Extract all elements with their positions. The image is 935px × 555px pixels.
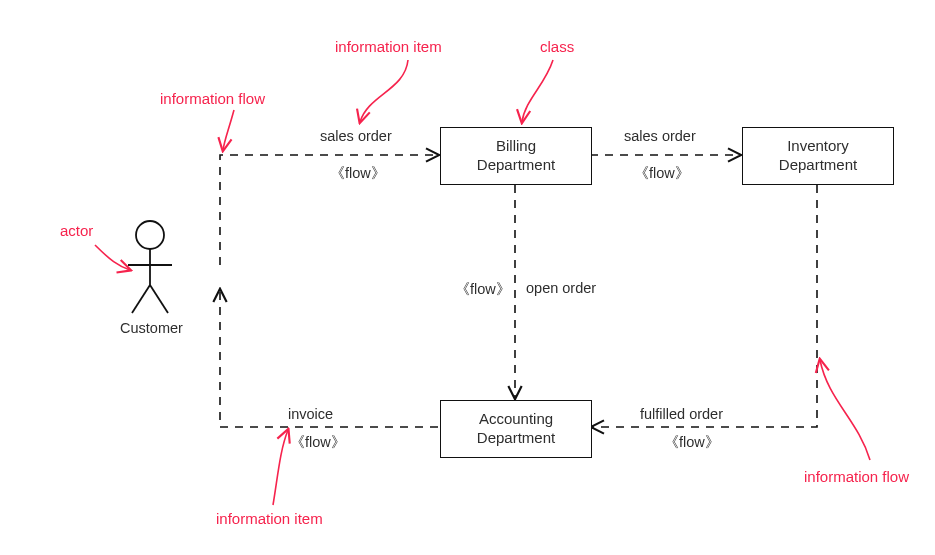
diagram-canvas: BillingDepartment InventoryDepartment Ac…	[0, 0, 935, 555]
flow1-item: sales order	[320, 128, 392, 144]
anno-infoflow-2: information flow	[804, 468, 909, 485]
flow1-stereo: 《flow》	[330, 164, 386, 183]
svg-point-0	[136, 221, 164, 249]
svg-line-3	[132, 285, 150, 313]
flow5-item: invoice	[288, 406, 333, 422]
flow3-item: open order	[526, 280, 596, 296]
anno-infoitem-2: information item	[216, 510, 323, 527]
anno-infoflow-1: information flow	[160, 90, 265, 107]
class-billing: BillingDepartment	[440, 127, 592, 185]
flow2-stereo: 《flow》	[634, 164, 690, 183]
svg-line-4	[150, 285, 168, 313]
actor-label: Customer	[120, 320, 183, 336]
class-accounting-label: AccountingDepartment	[477, 410, 555, 448]
flow5-stereo: 《flow》	[290, 433, 346, 452]
flow4-stereo: 《flow》	[664, 433, 720, 452]
class-accounting: AccountingDepartment	[440, 400, 592, 458]
flow-lines	[0, 0, 935, 555]
flow3-stereo: 《flow》	[455, 280, 511, 299]
anno-class: class	[540, 38, 574, 55]
anno-actor: actor	[60, 222, 93, 239]
class-inventory-label: InventoryDepartment	[779, 137, 857, 175]
class-billing-label: BillingDepartment	[477, 137, 555, 175]
flow4-item: fulfilled order	[640, 406, 723, 422]
flow2-item: sales order	[624, 128, 696, 144]
anno-infoitem-1: information item	[335, 38, 442, 55]
class-inventory: InventoryDepartment	[742, 127, 894, 185]
